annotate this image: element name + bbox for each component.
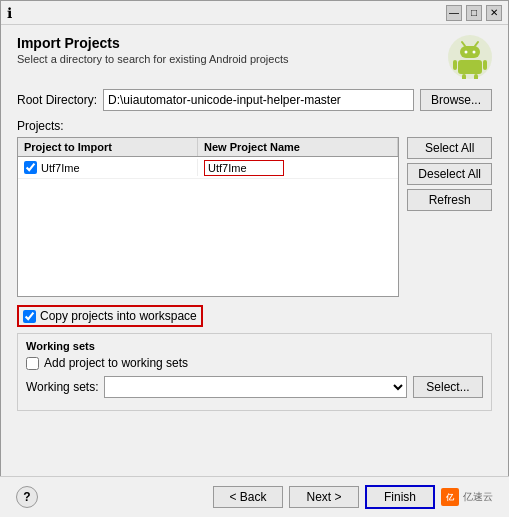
table-header: Project to Import New Project Name xyxy=(18,138,398,157)
root-dir-row: Root Directory: Browse... xyxy=(17,89,492,111)
bottom-bar: ? < Back Next > Finish 亿 亿速云 xyxy=(0,476,509,517)
project-checkbox[interactable] xyxy=(24,161,37,174)
working-sets-select-button[interactable]: Select... xyxy=(413,376,483,398)
minimize-button[interactable]: — xyxy=(446,5,462,21)
watermark-icon: 亿 xyxy=(441,488,459,506)
deselect-all-button[interactable]: Deselect All xyxy=(407,163,492,185)
dialog-title: Import Projects xyxy=(17,35,288,51)
title-bar: ℹ — □ ✕ xyxy=(1,1,508,25)
title-bar-left: ℹ xyxy=(7,5,12,21)
copy-checkbox[interactable] xyxy=(23,310,36,323)
action-buttons: Select All Deselect All Refresh xyxy=(407,137,492,297)
select-all-button[interactable]: Select All xyxy=(407,137,492,159)
svg-rect-8 xyxy=(483,60,487,70)
working-sets-label: Working sets: xyxy=(26,380,98,394)
add-working-sets-checkbox[interactable] xyxy=(26,357,39,370)
info-icon: ℹ xyxy=(7,5,12,21)
browse-button[interactable]: Browse... xyxy=(420,89,492,111)
svg-point-5 xyxy=(473,51,476,54)
working-sets-input-row: Working sets: Select... xyxy=(26,376,483,398)
new-name-input[interactable] xyxy=(204,160,284,176)
project-name: Utf7Ime xyxy=(41,162,80,174)
svg-rect-9 xyxy=(462,74,466,79)
title-bar-controls: — □ ✕ xyxy=(446,5,502,21)
working-sets-section: Working sets Add project to working sets… xyxy=(17,333,492,411)
svg-point-4 xyxy=(465,51,468,54)
projects-area: Project to Import New Project Name Utf7I… xyxy=(17,137,492,297)
svg-rect-10 xyxy=(474,74,478,79)
copy-checkbox-highlighted: Copy projects into workspace xyxy=(17,305,203,327)
projects-table: Project to Import New Project Name Utf7I… xyxy=(17,137,399,297)
table-row: Utf7Ime xyxy=(18,157,398,179)
working-sets-title: Working sets xyxy=(26,340,483,352)
main-content: Import Projects Select a directory to se… xyxy=(1,25,508,517)
dialog-subtitle: Select a directory to search for existin… xyxy=(17,53,288,65)
svg-rect-3 xyxy=(460,46,480,58)
back-button[interactable]: < Back xyxy=(213,486,283,508)
working-sets-select[interactable] xyxy=(104,376,407,398)
watermark: 亿 亿速云 xyxy=(441,488,493,506)
finish-button[interactable]: Finish xyxy=(365,485,435,509)
dialog-header: Import Projects Select a directory to se… xyxy=(17,35,492,79)
add-working-sets-row: Add project to working sets xyxy=(26,356,483,370)
svg-rect-7 xyxy=(453,60,457,70)
watermark-text: 亿速云 xyxy=(463,490,493,504)
root-dir-input[interactable] xyxy=(103,89,414,111)
dialog-header-text: Import Projects Select a directory to se… xyxy=(17,35,288,65)
next-button[interactable]: Next > xyxy=(289,486,359,508)
maximize-button[interactable]: □ xyxy=(466,5,482,21)
bottom-bar-right: < Back Next > Finish 亿 亿速云 xyxy=(213,485,493,509)
refresh-button[interactable]: Refresh xyxy=(407,189,492,211)
help-button[interactable]: ? xyxy=(16,486,38,508)
copy-checkbox-label: Copy projects into workspace xyxy=(40,309,197,323)
android-icon xyxy=(448,35,492,79)
copy-checkbox-row: Copy projects into workspace xyxy=(17,305,492,327)
table-cell-project: Utf7Ime xyxy=(18,159,198,176)
svg-rect-6 xyxy=(458,60,482,74)
col-header-project: Project to Import xyxy=(18,138,198,156)
root-dir-label: Root Directory: xyxy=(17,93,97,107)
col-header-newname: New Project Name xyxy=(198,138,398,156)
table-cell-newname xyxy=(198,158,398,178)
add-working-sets-label: Add project to working sets xyxy=(44,356,188,370)
bottom-bar-left: ? xyxy=(16,486,38,508)
projects-label: Projects: xyxy=(17,119,492,133)
close-button[interactable]: ✕ xyxy=(486,5,502,21)
